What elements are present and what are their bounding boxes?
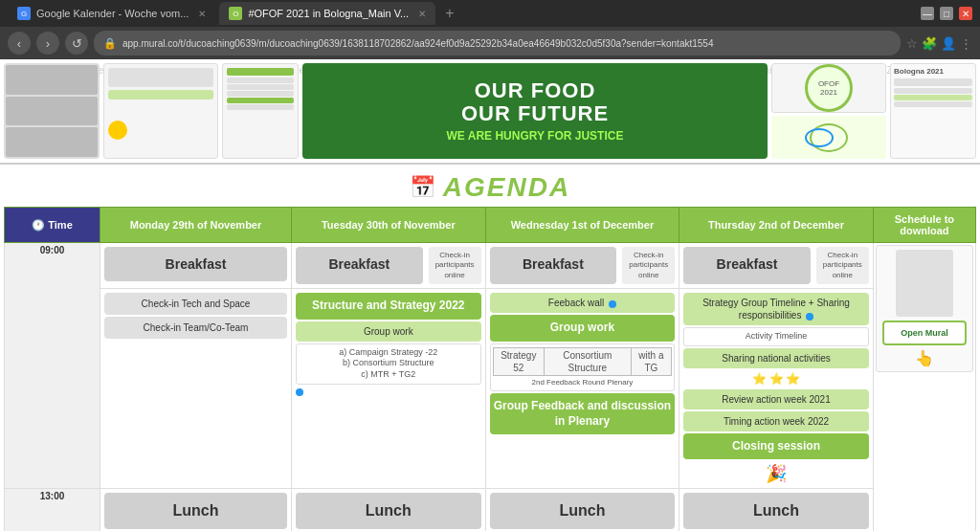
- wednesday-inner-table: Strategy 52 Consortium Structure with a …: [493, 347, 673, 376]
- thursday-sharing-national: Sharing national activities: [683, 348, 869, 368]
- reload-button[interactable]: ↺: [65, 32, 88, 55]
- bookmark-icon[interactable]: ☆: [906, 36, 918, 51]
- title-our-food: OUR FOOD: [447, 79, 624, 102]
- header-tuesday: Tuesday 30th of November: [292, 208, 486, 243]
- header-time: 🕐 Time: [5, 208, 100, 243]
- profile-icon[interactable]: 👤: [941, 36, 956, 51]
- inner-table-row-1: Strategy 52 Consortium Structure with a …: [493, 347, 672, 375]
- monday-breakfast: Breakfast: [104, 247, 287, 281]
- thursday-content-cell: Strategy Group Timeline + Sharing respon…: [679, 289, 874, 489]
- header-thursday: Thursday 2nd of December: [679, 208, 874, 243]
- thursday-breakfast: Breakfast: [683, 247, 811, 284]
- header-monday: Monday 29th of November: [100, 208, 292, 243]
- inner-cell-tg: with a TG: [631, 347, 672, 375]
- banner-info-section: [103, 63, 218, 159]
- tuesday-checkin-online: Check-in participants online: [429, 247, 481, 284]
- monday-lunch-cell: Lunch: [100, 489, 292, 531]
- tuesday-content-cell: Structure and Strategy 2022 Group work a…: [292, 289, 486, 489]
- banner-area: OUR FOOD OUR FUTURE WE ARE HUNGRY FOR JU…: [0, 59, 980, 165]
- closing-session-icon: 🎉: [681, 461, 871, 486]
- monday-morning-cell: Breakfast: [100, 243, 292, 289]
- tuesday-lunch: Lunch: [296, 493, 481, 529]
- cursor-hand-icon: 👆: [880, 349, 969, 367]
- wednesday-checkin-online: Check-in participants online: [622, 247, 675, 284]
- inner-cell-consortium: Consortium Structure: [544, 347, 631, 375]
- thursday-checkin-online: Check-in participants online: [816, 247, 869, 284]
- page-content: OUR FOOD OUR FUTURE WE ARE HUNGRY FOR JU…: [0, 59, 980, 531]
- tab-close-google[interactable]: ✕: [198, 9, 206, 19]
- close-button[interactable]: ✕: [959, 7, 972, 20]
- tab-google-calendar[interactable]: G Google Kalender - Woche vom... ✕: [8, 2, 215, 25]
- title-subtitle: WE ARE HUNGRY FOR JUSTICE: [447, 129, 624, 143]
- thursday-dot-1: [806, 313, 813, 321]
- tab-label-google: Google Kalender - Woche vom...: [36, 8, 189, 19]
- thursday-lunch: Lunch: [683, 493, 869, 529]
- tuesday-structure: Structure and Strategy 2022: [296, 293, 481, 320]
- inner-cell-strategy: Strategy 52: [493, 347, 544, 375]
- tab-favicon-ofof: O: [229, 7, 242, 20]
- wednesday-group-feedback: Group Feedback and discussion in Plenary: [490, 393, 676, 434]
- wednesday-lunch-cell: Lunch: [485, 489, 679, 531]
- wednesday-content-cell: Feeback wall Group work Strategy 52 Cons…: [485, 289, 679, 489]
- back-button[interactable]: ‹: [8, 32, 31, 55]
- tuesday-breakfast: Breakfast: [296, 247, 423, 284]
- tuesday-morning-cell: Breakfast Check-in participants online: [292, 243, 486, 289]
- thursday-lunch-cell: Lunch: [679, 489, 874, 531]
- new-tab-button[interactable]: +: [439, 5, 459, 22]
- banner-main-title: OUR FOOD OUR FUTURE WE ARE HUNGRY FOR JU…: [302, 63, 768, 159]
- side-column: Open Mural 👆: [873, 243, 975, 532]
- tuesday-dot-indicator: [296, 388, 303, 396]
- wednesday-group-work: Group work: [490, 315, 676, 342]
- thursday-review-action: Review action week 2021: [683, 389, 869, 409]
- settings-icon[interactable]: ⋮: [960, 36, 972, 51]
- tab-favicon-google: G: [17, 7, 31, 20]
- address-bar[interactable]: 🔒 app.mural.co/t/ducoaching0639/m/ducoac…: [94, 31, 901, 55]
- wednesday-dot-1: [609, 300, 616, 308]
- tab-bar: G Google Kalender - Woche vom... ✕ O #OF…: [0, 0, 980, 27]
- forward-button[interactable]: ›: [36, 32, 59, 55]
- header-side: Schedule to download: [873, 208, 975, 243]
- open-mural-button[interactable]: Open Mural: [882, 321, 967, 345]
- time-0900: 09:00: [5, 243, 100, 489]
- agenda-title-text: AGENDA: [443, 172, 570, 203]
- agenda-icon: 📅: [410, 175, 435, 200]
- wednesday-morning-cell: Breakfast Check-in participants online: [485, 243, 679, 289]
- schedule-row-checkin: Check-in Tech and Space Check-in Team/Co…: [5, 289, 976, 489]
- thursday-strategy-timeline: Strategy Group Timeline + Sharing respon…: [683, 293, 869, 325]
- minimize-button[interactable]: —: [921, 7, 934, 20]
- wednesday-breakfast: Breakfast: [490, 247, 617, 284]
- tab-ofof[interactable]: O #OFOF 2021 in Bologna_Main V... ✕: [219, 2, 435, 25]
- photo-2: [6, 97, 98, 126]
- banner-circle-graphic: OFOF2021: [771, 63, 886, 113]
- thursday-morning-cell: Breakfast Check-in participants online: [679, 243, 874, 289]
- address-bar-row: ‹ › ↺ 🔒 app.mural.co/t/ducoaching0639/m/…: [0, 27, 980, 59]
- browser-chrome: G Google Kalender - Woche vom... ✕ O #OF…: [0, 0, 980, 59]
- address-bar-icons: ☆ 🧩 👤 ⋮: [906, 36, 972, 51]
- header-wednesday: Wednesday 1st of December: [485, 208, 679, 243]
- tuesday-group-work-label: Group work: [296, 321, 481, 342]
- tuesday-group-work-items: a) Campaign Strategy -22 b) Consortium S…: [296, 343, 481, 385]
- star-1: ⭐: [752, 372, 767, 386]
- agenda-title-row: 📅 AGENDA: [0, 165, 980, 207]
- title-our-future: OUR FUTURE: [447, 102, 624, 125]
- schedule-row-morning: 09:00 Breakfast Breakfast Check-in parti…: [5, 243, 976, 289]
- url-text: app.mural.co/t/ducoaching0639/m/ducoachi…: [122, 38, 713, 49]
- banner-schedule-preview: [222, 63, 299, 159]
- maximize-button[interactable]: □: [940, 7, 953, 20]
- time-1300: 13:00: [5, 489, 100, 531]
- tab-close-ofof[interactable]: ✕: [418, 9, 426, 19]
- monday-lunch: Lunch: [104, 493, 287, 529]
- monday-checkin-team: Check-in Team/Co-Team: [104, 317, 287, 339]
- photo-3: [6, 127, 98, 157]
- thursday-timing-action: Timing action week 2022: [683, 411, 869, 431]
- tab-label-ofof: #OFOF 2021 in Bologna_Main V...: [248, 8, 409, 19]
- tuesday-lunch-cell: Lunch: [292, 489, 486, 531]
- monday-checkin-cell: Check-in Tech and Space Check-in Team/Co…: [100, 289, 292, 489]
- wednesday-lunch: Lunch: [490, 493, 676, 529]
- schedule-download-section: Open Mural 👆: [876, 245, 973, 372]
- extensions-icon[interactable]: 🧩: [922, 36, 937, 51]
- monday-checkin-tech: Check-in Tech and Space: [104, 293, 287, 315]
- thursday-closing-session: Closing session: [683, 433, 869, 460]
- inner-label-2nd-feedback: 2nd Feedback Round Plenary: [493, 378, 673, 387]
- banner-far-right-section: Bologna 2021: [890, 63, 976, 159]
